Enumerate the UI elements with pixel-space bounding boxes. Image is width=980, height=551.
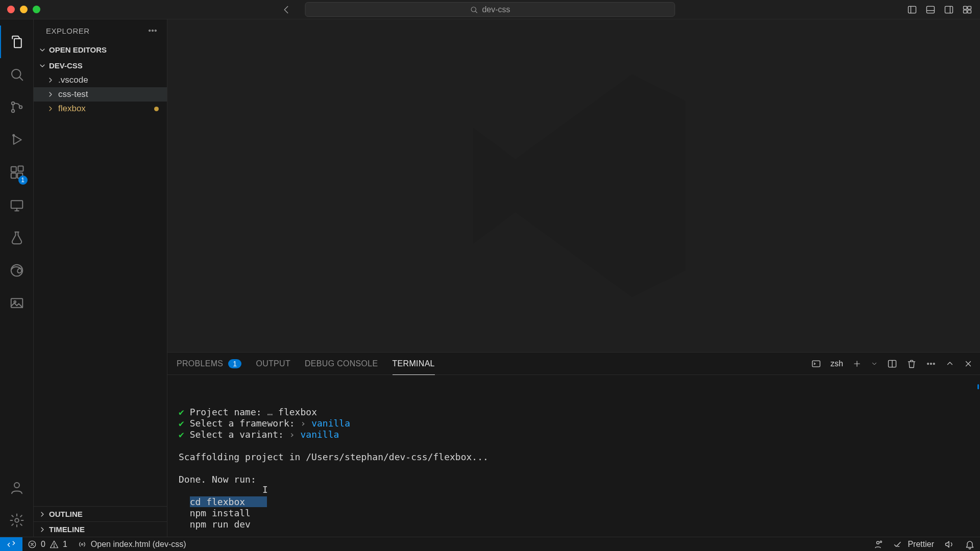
chevron-right-icon xyxy=(46,105,55,113)
remote-explorer-activity[interactable] xyxy=(0,189,34,221)
customize-layout-button[interactable] xyxy=(962,5,973,15)
warning-icon xyxy=(50,540,59,549)
maximize-panel-button[interactable] xyxy=(945,359,954,368)
source-control-activity[interactable] xyxy=(0,91,34,123)
svg-rect-16 xyxy=(18,166,23,171)
svg-rect-13 xyxy=(11,167,16,172)
chevron-down-icon xyxy=(38,62,47,70)
notifications-status[interactable] xyxy=(960,539,980,549)
new-terminal-button[interactable] xyxy=(852,359,862,368)
live-server-status[interactable]: Open index.html (dev-css) xyxy=(72,540,191,549)
timeline-section[interactable]: TIMELINE xyxy=(34,521,167,537)
chevron-right-icon xyxy=(46,76,55,84)
folder-css-test[interactable]: css-test xyxy=(34,87,167,102)
zoom-window-button[interactable] xyxy=(33,6,40,13)
close-window-button[interactable] xyxy=(7,6,15,13)
svg-point-34 xyxy=(877,541,879,544)
toggle-panel-button[interactable] xyxy=(925,5,936,15)
explorer-activity[interactable] xyxy=(0,26,34,58)
terminal-view[interactable]: ✔ Project name: … flexbox ✔ Select a fra… xyxy=(167,375,980,537)
terminal-dropdown-icon[interactable] xyxy=(871,360,878,367)
share-status[interactable] xyxy=(868,539,888,549)
svg-rect-7 xyxy=(968,10,971,13)
svg-rect-26 xyxy=(813,361,820,367)
svg-point-30 xyxy=(934,363,935,364)
search-activity[interactable] xyxy=(0,58,34,91)
svg-point-32 xyxy=(54,546,54,546)
run-debug-activity[interactable] xyxy=(0,123,34,156)
folder-vscode[interactable]: .vscode xyxy=(34,73,167,87)
warning-count: 1 xyxy=(63,540,67,549)
outline-section[interactable]: OUTLINE xyxy=(34,506,167,521)
megaphone-icon xyxy=(944,539,954,549)
image-preview-activity[interactable] xyxy=(0,287,34,319)
svg-point-22 xyxy=(15,518,19,522)
prettier-status[interactable]: Prettier xyxy=(888,539,939,549)
kill-terminal-button[interactable] xyxy=(906,359,917,369)
feedback-status[interactable] xyxy=(939,539,960,549)
live-server-text: Open index.html (dev-css) xyxy=(91,540,186,549)
open-editors-section[interactable]: OPEN EDITORS xyxy=(34,43,167,56)
split-terminal-button[interactable] xyxy=(887,359,897,369)
problems-label: PROBLEMS xyxy=(177,359,223,368)
title-bar: dev-css xyxy=(0,0,980,19)
problems-tab[interactable]: PROBLEMS 1 xyxy=(177,353,241,374)
vscode-watermark-icon xyxy=(167,19,980,352)
chevron-down-icon xyxy=(38,46,47,54)
folder-flexbox[interactable]: flexbox xyxy=(34,102,167,116)
problems-count: 1 xyxy=(228,359,241,368)
error-count: 0 xyxy=(41,540,45,549)
live-share-icon xyxy=(873,539,883,549)
prettier-label: Prettier xyxy=(908,540,934,549)
manage-gear-button[interactable] xyxy=(0,504,34,537)
chevron-right-icon xyxy=(38,525,47,534)
output-label: OUTPUT xyxy=(256,359,290,368)
edge-tools-activity[interactable] xyxy=(0,254,34,287)
accounts-button[interactable] xyxy=(0,471,34,504)
toggle-secondary-sidebar-button[interactable] xyxy=(943,5,954,15)
activity-bar: 1 xyxy=(0,19,34,537)
testing-activity[interactable] xyxy=(0,221,34,254)
text-caret-icon: I xyxy=(262,484,268,495)
open-editors-label: OPEN EDITORS xyxy=(49,45,107,54)
panel-more-icon[interactable] xyxy=(926,359,936,369)
problems-status[interactable]: 0 1 xyxy=(22,540,72,549)
svg-rect-14 xyxy=(11,173,16,178)
minimize-window-button[interactable] xyxy=(20,6,28,13)
svg-rect-5 xyxy=(968,6,971,9)
svg-rect-1 xyxy=(909,6,916,13)
broadcast-icon xyxy=(78,540,87,549)
terminal-tab[interactable]: TERMINAL xyxy=(393,353,435,374)
sidebar-more-icon[interactable] xyxy=(148,26,158,36)
chevron-right-icon xyxy=(46,90,55,98)
outline-label: OUTLINE xyxy=(49,510,83,518)
svg-point-28 xyxy=(927,363,929,364)
bell-icon xyxy=(965,539,975,549)
debug-console-label: DEBUG CONSOLE xyxy=(305,359,378,368)
terminal-shell-name[interactable]: zsh xyxy=(830,359,843,368)
remote-indicator[interactable] xyxy=(0,537,22,551)
svg-rect-3 xyxy=(945,6,953,13)
timeline-label: TIMELINE xyxy=(49,525,85,534)
svg-point-23 xyxy=(149,30,151,32)
sidebar-title: EXPLORER xyxy=(46,27,90,35)
toggle-primary-sidebar-button[interactable] xyxy=(906,5,918,15)
svg-point-21 xyxy=(14,483,19,488)
output-tab[interactable]: OUTPUT xyxy=(256,353,290,374)
workspace-section[interactable]: DEV-CSS xyxy=(34,59,167,72)
svg-point-20 xyxy=(14,301,16,303)
folder-label: flexbox xyxy=(58,104,86,114)
close-panel-button[interactable] xyxy=(964,359,973,368)
nav-back-button[interactable] xyxy=(281,4,292,15)
editor-area: PROBLEMS 1 OUTPUT DEBUG CONSOLE TERMINAL xyxy=(167,19,980,537)
search-text: dev-css xyxy=(482,5,510,14)
terminal-label: TERMINAL xyxy=(393,359,435,368)
debug-console-tab[interactable]: DEBUG CONSOLE xyxy=(305,353,378,374)
window-controls xyxy=(7,6,40,13)
bottom-panel: PROBLEMS 1 OUTPUT DEBUG CONSOLE TERMINAL xyxy=(167,352,980,537)
extensions-activity[interactable]: 1 xyxy=(0,156,34,189)
svg-rect-2 xyxy=(927,6,935,13)
svg-point-24 xyxy=(152,30,154,32)
command-center-search[interactable]: dev-css xyxy=(305,2,675,17)
launch-profile-icon[interactable] xyxy=(811,359,821,369)
